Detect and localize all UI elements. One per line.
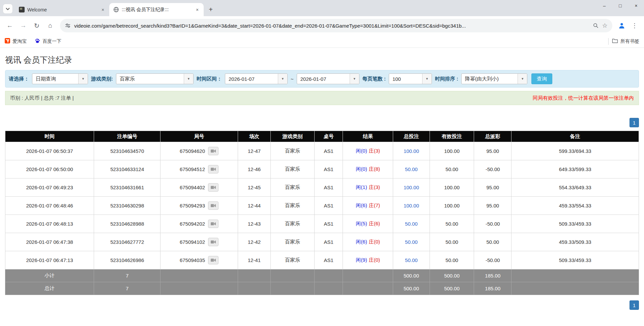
total-bet-link[interactable]: 50.00 <box>405 257 418 263</box>
cell-game-type: 百家乐 <box>271 178 315 197</box>
video-replay-icon[interactable] <box>208 238 218 246</box>
total-bet-link[interactable]: 100.00 <box>404 203 419 208</box>
video-replay-icon[interactable] <box>208 256 218 264</box>
cell-empty <box>314 269 343 282</box>
cell-bet-number: 523104628988 <box>94 215 160 233</box>
cell-session: 12-45 <box>238 178 271 197</box>
total-bet-link[interactable]: 100.00 <box>404 185 419 190</box>
tab-close-icon[interactable]: × <box>194 7 200 13</box>
close-button[interactable]: × <box>628 0 644 11</box>
date-end-select[interactable]: 2026-01-07 ▼ <box>297 73 359 84</box>
query-type-value: 日期查询 <box>32 74 78 84</box>
result-player: 闲(6) <box>356 202 367 208</box>
browser-tab-welcome[interactable]: Welcome × <box>15 3 109 16</box>
refresh-button[interactable]: ↻ <box>30 19 43 32</box>
chevron-down-icon[interactable]: ▼ <box>350 74 359 84</box>
cell-bet-number: 523104634570 <box>94 142 160 160</box>
result-player: 闲(5) <box>356 221 367 226</box>
profile-icon[interactable] <box>616 20 628 32</box>
cell-table-number: AS1 <box>314 251 343 269</box>
page-size-select[interactable]: 100 ▼ <box>389 73 432 84</box>
cell-time: 2026-01-07 06:48:46 <box>5 197 94 215</box>
site-settings-icon[interactable] <box>65 23 71 29</box>
chevron-down-icon[interactable]: ▼ <box>518 74 527 84</box>
total-bet-link[interactable]: 50.00 <box>405 166 418 172</box>
address-bar[interactable]: videoie.com/game/betrecord_search/kind3?… <box>60 19 612 32</box>
video-replay-icon[interactable] <box>208 183 218 192</box>
round-number: 675094402 <box>180 185 205 190</box>
cell-remark: 509.33/459.33 <box>511 251 639 269</box>
table-row: 2026-01-07 06:49:23 523104631661 6750944… <box>5 178 639 197</box>
pagination-page-1-bottom[interactable]: 1 <box>630 300 639 310</box>
cell-payout: 95.00 <box>474 142 511 160</box>
cell-payout: -50.00 <box>474 215 511 233</box>
cell-empty <box>238 282 271 295</box>
tab-search-button[interactable] <box>3 4 13 14</box>
chevron-down-icon[interactable]: ▼ <box>78 74 88 84</box>
cell-total-bet: 100.00 <box>393 197 430 215</box>
home-button[interactable]: ⌂ <box>44 19 57 32</box>
cell-result: 闲(5)庄(6) <box>343 215 393 233</box>
baidu-favicon <box>35 38 40 44</box>
forward-button[interactable]: → <box>17 19 30 32</box>
pagination-page-1-top[interactable]: 1 <box>630 118 639 127</box>
cell-total-bet: 50.00 <box>393 215 430 233</box>
header-payout: 总派彩 <box>474 131 511 142</box>
result-banker: 庄(7) <box>369 202 380 208</box>
result-banker: 庄(0) <box>369 239 380 244</box>
cell-empty <box>314 282 343 295</box>
game-type-value: 百家乐 <box>116 74 184 84</box>
tab-title: :::视讯 会员下注纪录::: <box>122 7 192 13</box>
tab-close-icon[interactable]: × <box>100 7 106 13</box>
cell-result: 闲(0)庄(3) <box>343 142 393 160</box>
menu-icon[interactable]: ⋮ <box>628 20 641 32</box>
all-bookmarks-button[interactable]: 所有书签 <box>612 38 639 44</box>
cell-time: 2026-01-07 06:50:00 <box>5 160 94 178</box>
cell-bet-number: 523104633124 <box>94 160 160 178</box>
total-bet-link[interactable]: 50.00 <box>405 221 418 227</box>
sort-label: 时间排序 : <box>435 76 458 82</box>
total-bet-link[interactable]: 100.00 <box>404 148 419 154</box>
filter-bar: 请选择： 日期查询 ▼ 游戏类别: 百家乐 ▼ 时间区间： 2026-01-07… <box>5 70 639 88</box>
minimize-button[interactable]: – <box>596 0 612 11</box>
date-start-select[interactable]: 2026-01-07 ▼ <box>225 73 288 84</box>
browser-tab-betrecord[interactable]: :::视讯 会员下注纪录::: × <box>109 3 204 16</box>
maximize-button[interactable]: □ <box>612 0 628 11</box>
video-replay-icon[interactable] <box>208 165 218 173</box>
video-replay-icon[interactable] <box>208 201 218 210</box>
new-tab-button[interactable]: + <box>206 4 216 14</box>
back-button[interactable]: ← <box>3 19 16 32</box>
cell-remark: 459.33/554.33 <box>511 197 639 215</box>
url-text[interactable]: videoie.com/game/betrecord_search/kind3?… <box>74 23 589 29</box>
result-banker: 庄(0) <box>369 257 380 263</box>
video-replay-icon[interactable] <box>208 220 218 228</box>
query-type-select[interactable]: 日期查询 ▼ <box>32 73 88 84</box>
total-bet-link[interactable]: 50.00 <box>405 239 418 245</box>
bookmark-aitaobao[interactable]: 爱淘宝 <box>5 38 27 44</box>
bet-records-table: 时间 注单编号 局号 场次 游戏类别 桌号 结果 总投注 有效投注 总派彩 备注… <box>5 131 639 295</box>
cell-payout: -50.00 <box>474 160 511 178</box>
zoom-icon[interactable] <box>593 23 599 29</box>
cell-table-number: AS1 <box>314 197 343 215</box>
header-table-number: 桌号 <box>314 131 343 142</box>
cell-game-type: 百家乐 <box>271 233 315 251</box>
welcome-tab-favicon <box>19 7 25 12</box>
cell-round: 675094293 <box>160 197 238 215</box>
chevron-down-icon[interactable]: ▼ <box>184 74 193 84</box>
page-title: 视讯 会员下注纪录 <box>5 55 639 65</box>
round-number: 675094102 <box>180 239 205 245</box>
cell-round: 675094512 <box>160 160 238 178</box>
video-replay-icon[interactable] <box>208 147 218 155</box>
bookmark-baidu[interactable]: 百度一下 <box>35 38 61 44</box>
chevron-down-icon[interactable]: ▼ <box>278 74 287 84</box>
search-button[interactable]: 查询 <box>531 73 552 84</box>
game-type-select[interactable]: 百家乐 ▼ <box>116 73 194 84</box>
round-number: 675094512 <box>180 166 205 172</box>
result-player: 闲(1) <box>356 184 367 190</box>
cell-time: 2026-01-07 06:48:13 <box>5 215 94 233</box>
sort-select[interactable]: 降幂(由大到小) ▼ <box>461 73 527 84</box>
chevron-down-icon[interactable]: ▼ <box>422 74 432 84</box>
folder-icon <box>612 38 618 44</box>
header-game-type: 游戏类别 <box>271 131 315 142</box>
bookmark-star-icon[interactable]: ☆ <box>602 22 608 29</box>
